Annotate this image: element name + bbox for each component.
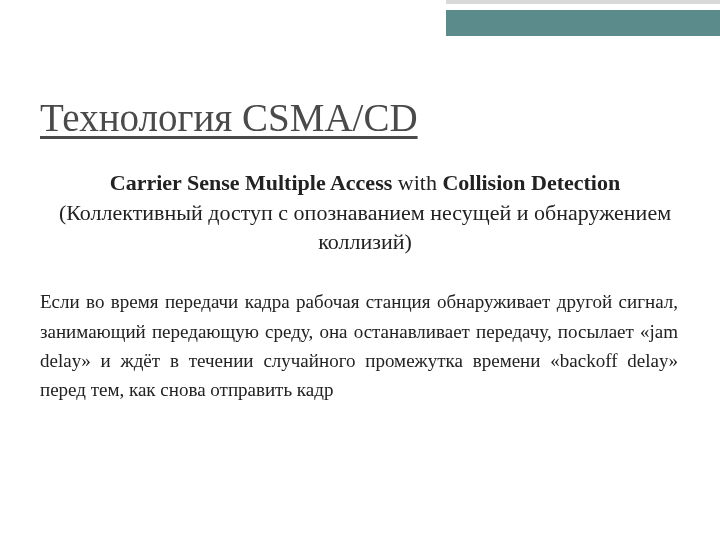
slide-title: Технология CSMA/CD <box>40 95 690 140</box>
top-bar-thick-line <box>446 10 720 36</box>
subtitle-plain-1: with <box>392 170 442 195</box>
slide-subtitle: Carrier Sense Multiple Access with Colli… <box>40 168 690 257</box>
slide-body-text: Если во время передачи кадра рабочая ста… <box>40 287 690 405</box>
subtitle-line-2: (Коллективный доступ с опознаванием несу… <box>59 200 671 255</box>
slide-content: Технология CSMA/CD Carrier Sense Multipl… <box>0 0 720 405</box>
subtitle-bold-1: Carrier Sense Multiple Access <box>110 170 392 195</box>
top-bar-thin-line <box>446 0 720 4</box>
decorative-top-bar <box>446 0 720 36</box>
subtitle-bold-2: Collision Detection <box>442 170 620 195</box>
